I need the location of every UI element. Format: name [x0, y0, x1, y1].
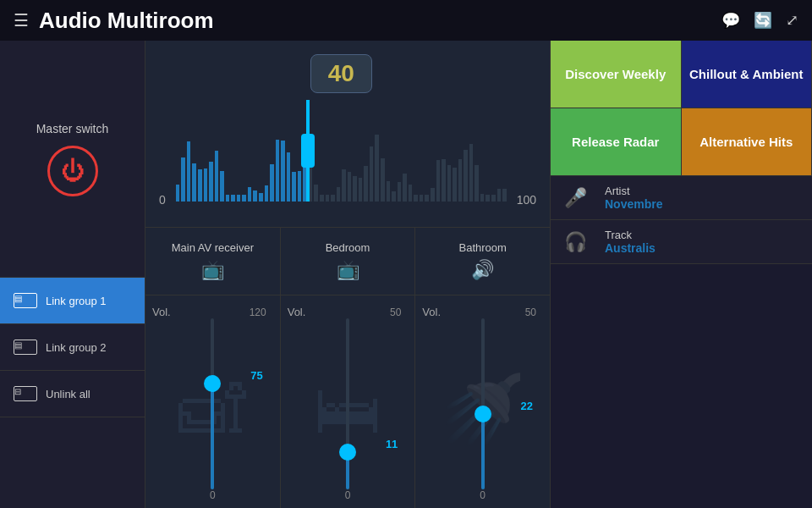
bar-50 — [453, 168, 457, 202]
bar-8 — [220, 171, 224, 202]
chat-icon-btn[interactable]: 💬 — [721, 11, 740, 30]
sidebar-item-group2[interactable]: ▤ Link group 2 — [0, 324, 145, 371]
app-title: Audio Multiroom — [39, 8, 214, 34]
bathroom-slider-container[interactable]: 22 — [422, 318, 543, 489]
bar-37 — [381, 158, 385, 202]
bar-28 — [331, 195, 335, 202]
sidebar-item-unlink[interactable]: ⊟ Unlink all — [0, 371, 145, 417]
bar-43 — [414, 195, 418, 202]
header: ☰ Audio Multiroom 💬 🔄 ⤢ — [0, 0, 812, 41]
artist-value: Novembre — [605, 197, 662, 211]
bar-1 — [181, 157, 185, 202]
artist-info-content: Artist Novembre — [605, 185, 662, 211]
bedroom-vol-max: 50 — [390, 306, 401, 318]
bar-13 — [248, 187, 252, 202]
bar-45 — [425, 195, 429, 202]
bar-58 — [497, 189, 502, 202]
volume-controls-row: 🛋 Vol. 120 75 0 🛏 Vol. — [145, 295, 550, 508]
artist-info-row: 🎤 Artist Novembre — [551, 176, 812, 220]
group2-label: Link group 2 — [46, 341, 107, 354]
bar-21 — [292, 172, 296, 202]
hamburger-icon[interactable]: ☰ — [14, 10, 29, 30]
track-label: Track — [605, 229, 656, 241]
bar-51 — [458, 159, 463, 202]
bar-16 — [265, 185, 269, 202]
bar-34 — [364, 166, 368, 202]
room-bedroom-label: Bedroom — [326, 241, 370, 254]
main-av-slider-container[interactable]: 75 — [152, 318, 273, 489]
bathroom-vol-max: 50 — [525, 306, 536, 318]
playlist-release-radar[interactable]: Release Radar — [551, 108, 682, 176]
bar-17 — [270, 164, 274, 202]
main-av-vol-label: Vol. — [152, 306, 171, 318]
bar-36 — [375, 135, 379, 202]
bar-18 — [276, 140, 280, 202]
bedroom-slider-container[interactable]: 11 — [288, 318, 409, 489]
microphone-icon: 🎤 — [564, 187, 591, 209]
bar-42 — [409, 185, 413, 202]
track-value: Australis — [605, 241, 656, 255]
artist-label: Artist — [605, 185, 662, 197]
bar-46 — [431, 188, 435, 202]
sidebar-item-group1[interactable]: ▤ Link group 1 — [0, 278, 145, 324]
bar-54 — [475, 165, 479, 202]
playlist-chillout-ambient[interactable]: Chillout & Ambient — [682, 41, 813, 108]
volume-bars-container[interactable] — [176, 100, 507, 202]
unlink-icon: ⊟ — [14, 386, 37, 401]
bar-31 — [348, 172, 352, 202]
bar-35 — [370, 146, 374, 202]
bar-20 — [287, 152, 291, 202]
room-bathroom[interactable]: Bathroom 🔊 — [415, 228, 550, 295]
room-bedroom[interactable]: Bedroom 📺 — [281, 228, 416, 295]
bar-0 — [176, 185, 180, 202]
bathroom-vol-value: 22 — [521, 400, 533, 412]
bar-25 — [314, 185, 318, 202]
bar-22 — [298, 171, 302, 202]
volume-slider-area[interactable]: 40 — [176, 54, 507, 213]
master-power-button[interactable] — [47, 146, 98, 196]
header-icons: 💬 🔄 ⤢ — [721, 11, 798, 30]
master-switch-panel: Master switch — [0, 41, 145, 278]
expand-icon-btn[interactable]: ⤢ — [786, 11, 798, 30]
group1-icon: ▤ — [14, 293, 37, 308]
group1-label: Link group 1 — [46, 295, 107, 307]
bar-55 — [480, 194, 485, 202]
room-bedroom-icon: 📺 — [337, 259, 359, 281]
bar-5 — [204, 168, 208, 202]
main-av-slider-knob[interactable] — [204, 375, 221, 392]
headphones-icon: 🎧 — [564, 231, 591, 253]
bedroom-slider-track — [346, 318, 349, 489]
volume-bar-section: 0 40 100 — [145, 41, 550, 227]
rooms-row: Main AV receiver 📺 Bedroom 📺 Bathroom 🔊 — [145, 227, 550, 295]
bar-29 — [337, 187, 341, 202]
slider-knob[interactable] — [301, 134, 315, 168]
bar-32 — [353, 176, 357, 202]
track-info-row: 🎧 Track Australis — [551, 220, 812, 264]
bar-10 — [231, 195, 235, 202]
bathroom-vol-min: 0 — [480, 489, 486, 501]
bathroom-slider-knob[interactable] — [475, 406, 491, 422]
bar-3 — [192, 163, 196, 202]
refresh-icon-btn[interactable]: 🔄 — [754, 11, 772, 30]
vol-control-bathroom: 🚿 Vol. 50 22 0 — [415, 295, 550, 508]
bar-9 — [226, 195, 230, 202]
track-info-content: Track Australis — [605, 229, 656, 255]
vol-control-main-av: 🛋 Vol. 120 75 0 — [145, 295, 281, 508]
bar-2 — [187, 141, 191, 202]
right-panel: Discover Weekly Chillout & Ambient Relea… — [550, 41, 812, 508]
bar-11 — [237, 195, 241, 202]
bar-59 — [502, 189, 507, 202]
bedroom-vol-value: 11 — [386, 438, 398, 450]
bar-7 — [215, 151, 219, 202]
room-bathroom-icon: 🔊 — [471, 259, 494, 281]
bar-40 — [398, 182, 402, 202]
main-av-slider-fill — [211, 384, 214, 489]
bedroom-vol-label: Vol. — [288, 306, 306, 318]
bedroom-slider-knob[interactable] — [339, 444, 356, 461]
playlist-alternative-hits[interactable]: Alternative Hits — [682, 108, 813, 176]
playlist-discover-weekly[interactable]: Discover Weekly — [551, 41, 682, 108]
bar-15 — [259, 193, 263, 202]
room-main-av[interactable]: Main AV receiver 📺 — [145, 228, 281, 295]
master-switch-label: Master switch — [36, 122, 109, 135]
room-main-av-label: Main AV receiver — [172, 241, 254, 254]
